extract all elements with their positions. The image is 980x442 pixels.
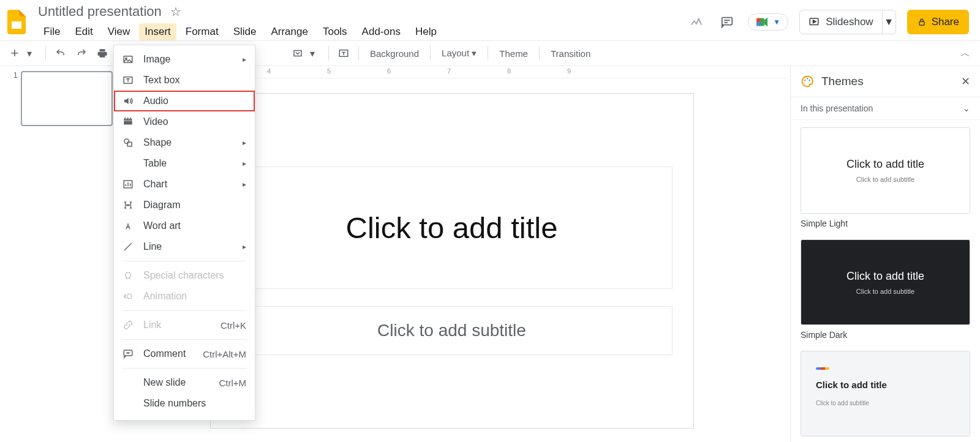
wordart-icon [123,220,135,231]
zoom-fit-button[interactable] [289,45,306,62]
slideshow-label: Slideshow [826,16,873,28]
comment-icon [123,348,135,359]
submenu-arrow-icon: ▸ [243,55,246,64]
submenu-arrow-icon: ▸ [243,242,246,251]
subtitle-placeholder[interactable]: Click to add subtitle [232,306,673,355]
insert-textbox-button[interactable] [335,45,352,62]
insert-text-box[interactable]: Text box [114,70,255,91]
insert-line[interactable]: Line▸ [114,236,255,257]
video-icon [123,116,135,127]
slide-canvas[interactable]: Click to add title Click to add subtitle [210,93,694,429]
insert-link: LinkCtrl+K [114,315,255,335]
themes-section-header[interactable]: In this presentation ⌄ [791,97,980,120]
activity-icon[interactable] [687,12,706,32]
slides-logo[interactable] [5,7,28,37]
submenu-arrow-icon: ▸ [243,159,246,168]
slideshow-dropdown[interactable]: ▼ [883,10,896,34]
svg-rect-0 [12,21,21,29]
close-themes-button[interactable]: ✕ [961,75,970,88]
svg-point-18 [124,207,126,209]
line-icon [123,241,135,252]
meet-button[interactable]: ▼ [748,13,788,31]
insert-comment[interactable]: CommentCtrl+Alt+M [114,343,255,364]
menu-help[interactable]: Help [410,23,442,40]
redo-button[interactable] [73,45,90,62]
star-icon[interactable]: ☆ [170,4,181,19]
svg-point-21 [127,294,132,299]
insert-table[interactable]: Table▸ [114,153,255,174]
app-header: Untitled presentation ☆ FileEditViewInse… [0,0,980,40]
chevron-down-icon: ⌄ [963,103,970,113]
insert-menu-dropdown: Image▸Text boxAudioVideoShape▸Table▸Char… [113,45,255,421]
svg-point-16 [124,201,126,203]
menu-tools[interactable]: Tools [317,23,353,40]
menu-arrange[interactable]: Arrange [265,23,313,40]
theme-card-simple-light[interactable]: Click to add titleClick to add subtitle [801,127,970,214]
insert-diagram[interactable]: Diagram [114,195,255,215]
svg-point-24 [807,78,808,79]
svg-point-25 [809,80,810,81]
svg-point-19 [130,207,132,209]
background-button[interactable]: Background [365,48,424,59]
menu-view[interactable]: View [102,23,136,40]
textbox-icon [123,75,135,86]
omega-icon [123,270,135,281]
themes-title: Themes [821,75,864,88]
svg-point-23 [804,80,805,81]
comments-icon[interactable] [717,12,737,32]
collapse-toolbar-button[interactable]: ︿ [957,47,974,60]
theme-card-streamline[interactable]: Click to add titleClick to add subtitle [801,351,970,436]
slideshow-button[interactable]: Slideshow [799,10,883,34]
menu-file[interactable]: File [38,23,66,40]
motion-icon [123,291,135,302]
svg-rect-5 [756,22,760,26]
image-icon [123,54,135,65]
theme-name-label: Simple Light [801,219,970,228]
svg-point-13 [124,139,129,144]
layout-button[interactable]: Layout ▾ [437,48,481,59]
palette-icon [801,75,814,88]
share-label: Share [932,16,959,28]
submenu-arrow-icon: ▸ [243,180,246,189]
shape-icon [123,137,135,148]
menubar: FileEditViewInsertFormatSlideArrangeTool… [38,20,687,40]
insert-audio[interactable]: Audio [114,91,255,111]
menu-edit[interactable]: Edit [69,23,98,40]
transition-button[interactable]: Transition [546,48,595,59]
chart-icon [123,179,135,190]
insert-slide-numbers[interactable]: Slide numbers [114,393,255,414]
submenu-arrow-icon: ▸ [243,138,246,147]
svg-rect-4 [756,18,760,22]
menu-slide[interactable]: Slide [228,23,262,40]
share-button[interactable]: Share [907,10,969,34]
diagram-icon [123,200,135,211]
insert-image[interactable]: Image▸ [114,49,255,70]
doc-title[interactable]: Untitled presentation [38,4,162,20]
insert-new-slide[interactable]: New slideCtrl+M [114,372,255,393]
menu-insert[interactable]: Insert [139,23,176,40]
menu-add-ons[interactable]: Add-ons [356,23,406,40]
zoom-dropdown[interactable]: ▾ [310,48,316,59]
svg-rect-7 [919,21,924,25]
insert-chart[interactable]: Chart▸ [114,174,255,195]
title-placeholder[interactable]: Click to add title [232,167,673,289]
insert-video[interactable]: Video [114,111,255,132]
svg-rect-1 [722,18,733,25]
undo-button[interactable] [52,45,69,62]
insert-shape[interactable]: Shape▸ [114,132,255,153]
theme-button[interactable]: Theme [494,48,533,59]
theme-name-label: Simple Dark [801,330,970,340]
insert-animation: Animation [114,286,255,307]
themes-panel: Themes ✕ In this presentation ⌄ Click to… [790,66,980,442]
slide-number-label: 1 [13,71,18,80]
svg-rect-8 [294,51,301,56]
slide-thumbnail-1[interactable] [21,71,113,126]
new-slide-button[interactable]: + [6,45,23,62]
new-slide-dropdown[interactable]: ▾ [27,48,33,59]
filmstrip: 1 [0,66,113,442]
link-icon [123,320,135,331]
insert-word-art[interactable]: Word art [114,215,255,236]
print-button[interactable] [94,45,111,62]
theme-card-simple-dark[interactable]: Click to add titleClick to add subtitle [801,239,970,326]
menu-format[interactable]: Format [180,23,224,40]
